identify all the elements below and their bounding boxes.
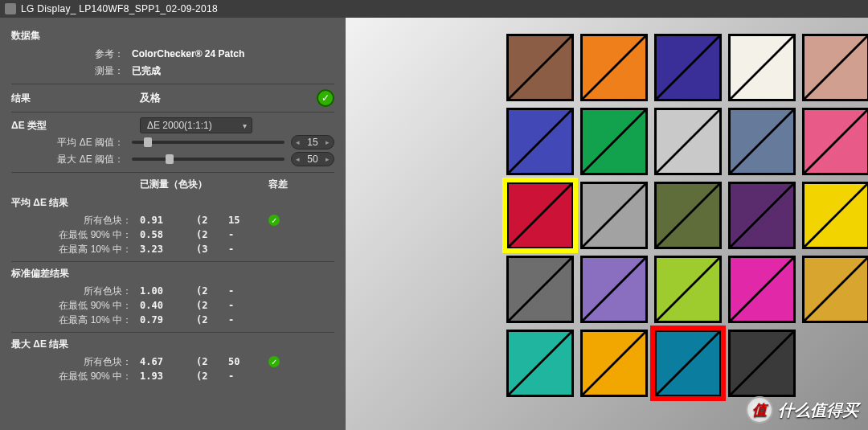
row-value: 0.79 [140, 314, 196, 326]
color-patch[interactable] [506, 182, 574, 249]
row-label: 所有色块： [11, 214, 140, 227]
row-label: 在最低 90% 中： [11, 228, 140, 242]
divider [11, 332, 334, 333]
row-value: 0.58 [140, 229, 196, 240]
row-tol: - [228, 314, 268, 326]
meas-label: 测量： [11, 64, 132, 78]
color-patch[interactable] [654, 182, 722, 249]
row-count: (2 [196, 300, 228, 311]
color-patch[interactable] [802, 256, 868, 323]
ref-value: ColorChecker® 24 Patch [132, 48, 334, 59]
data-row: 所有色块：1.00(2- [11, 284, 334, 298]
titlebar: LG Display_ LP140WF8_SPP1_02-09-2018 [0, 0, 868, 18]
divider [11, 261, 334, 262]
max-thresh-slider[interactable] [132, 158, 285, 161]
side-panel: 数据集 参考：ColorChecker® 24 Patch 测量：已完成 结果 … [0, 18, 346, 430]
color-patch[interactable] [580, 256, 648, 323]
data-row: 所有色块：0.91(215✓ [11, 213, 334, 227]
row-count: (2 [196, 371, 228, 382]
row-tol: - [228, 244, 268, 255]
row-tol: - [228, 371, 268, 382]
row-count: (2 [196, 356, 228, 367]
row-label: 所有色块： [11, 285, 140, 298]
row-tol: - [228, 229, 268, 240]
check-circle-icon: ✓ [317, 89, 334, 107]
color-patch[interactable] [580, 108, 648, 175]
color-patch[interactable] [654, 256, 722, 323]
dataset-heading: 数据集 [11, 29, 334, 43]
color-patch[interactable] [802, 182, 868, 249]
color-patch[interactable] [506, 34, 574, 101]
color-patch[interactable] [802, 34, 868, 101]
slider-thumb[interactable] [166, 154, 174, 164]
row-count: (2 [196, 229, 228, 240]
data-row: 在最低 90% 中：0.40(2- [11, 298, 334, 313]
avg-thresh-label: 平均 ΔE 阈值： [11, 136, 132, 149]
avg-thresh-spinner[interactable]: 15 [291, 135, 334, 149]
row-value: 3.23 [140, 244, 196, 255]
color-patch[interactable] [802, 108, 868, 175]
row-count: (2 [196, 215, 228, 226]
color-patch[interactable] [654, 330, 722, 397]
row-label: 在最高 10% 中： [11, 243, 140, 256]
check-circle-icon: ✓ [268, 356, 280, 367]
max-thresh-spinner[interactable]: 50 [291, 152, 334, 166]
row-count: (2 [196, 314, 228, 326]
row-tol: - [228, 285, 268, 297]
result-row: 结果 及格 ✓ [11, 89, 334, 107]
divider [11, 112, 334, 113]
color-patch[interactable] [506, 256, 574, 323]
result-value: 及格 [140, 91, 317, 105]
patch-grid [506, 34, 868, 397]
window-title: LG Display_ LP140WF8_SPP1_02-09-2018 [21, 3, 218, 14]
watermark-badge-icon: 值 [746, 396, 773, 424]
row-value: 4.67 [140, 356, 196, 367]
row-value: 0.40 [140, 300, 196, 311]
slider-thumb[interactable] [144, 137, 152, 147]
color-patch[interactable] [728, 182, 796, 249]
color-patch[interactable] [728, 256, 796, 323]
ref-label: 参考： [11, 47, 132, 61]
row-count: (3 [196, 244, 228, 255]
data-row: 所有色块：4.67(250✓ [11, 354, 334, 369]
divider [11, 172, 334, 173]
row-count: (2 [196, 285, 228, 297]
avg-thresh-slider[interactable] [132, 141, 285, 144]
section-title: 平均 ΔE 结果 [11, 196, 334, 210]
app-icon [5, 3, 16, 14]
watermark-text: 什么值得买 [778, 399, 858, 421]
color-patch[interactable] [506, 108, 574, 175]
row-label: 在最低 90% 中： [11, 370, 140, 383]
app-window: LG Display_ LP140WF8_SPP1_02-09-2018 数据集… [0, 0, 868, 430]
color-patch[interactable] [654, 108, 722, 175]
color-patch[interactable] [728, 108, 796, 175]
row-label: 在最低 90% 中： [11, 299, 140, 313]
color-patch[interactable] [728, 34, 796, 101]
row-tol: 50 [228, 356, 268, 367]
color-patch[interactable] [728, 330, 796, 397]
color-patch[interactable] [580, 34, 648, 101]
max-thresh-label: 最大 ΔE 阈值： [11, 153, 132, 166]
color-patch[interactable] [580, 182, 648, 249]
row-value: 0.91 [140, 215, 196, 226]
row-label: 所有色块： [11, 355, 140, 369]
color-patch[interactable] [654, 34, 722, 101]
section-title: 最大 ΔE 结果 [11, 338, 334, 351]
data-row: 在最低 90% 中：0.58(2- [11, 227, 334, 242]
meas-value: 已完成 [132, 64, 334, 78]
color-patch[interactable] [506, 330, 574, 397]
results-sections: 平均 ΔE 结果所有色块：0.91(215✓在最低 90% 中：0.58(2-在… [11, 196, 334, 383]
row-value: 1.93 [140, 371, 196, 382]
data-row: 在最高 10% 中：0.79(2- [11, 313, 334, 327]
de-type-label: ΔE 类型 [11, 119, 140, 133]
de-type-dropdown[interactable]: ΔE 2000(1:1:1) [140, 117, 252, 133]
row-tol: 15 [228, 215, 268, 226]
check-circle-icon: ✓ [268, 215, 280, 226]
columns-header: 已测量（色块） 容差 [11, 178, 334, 191]
divider [11, 84, 334, 84]
watermark: 值 什么值得买 [746, 396, 858, 424]
color-patch[interactable] [580, 330, 648, 397]
data-row: 在最低 90% 中：1.93(2- [11, 369, 334, 383]
result-heading: 结果 [11, 92, 140, 105]
body: 数据集 参考：ColorChecker® 24 Patch 测量：已完成 结果 … [0, 18, 868, 430]
